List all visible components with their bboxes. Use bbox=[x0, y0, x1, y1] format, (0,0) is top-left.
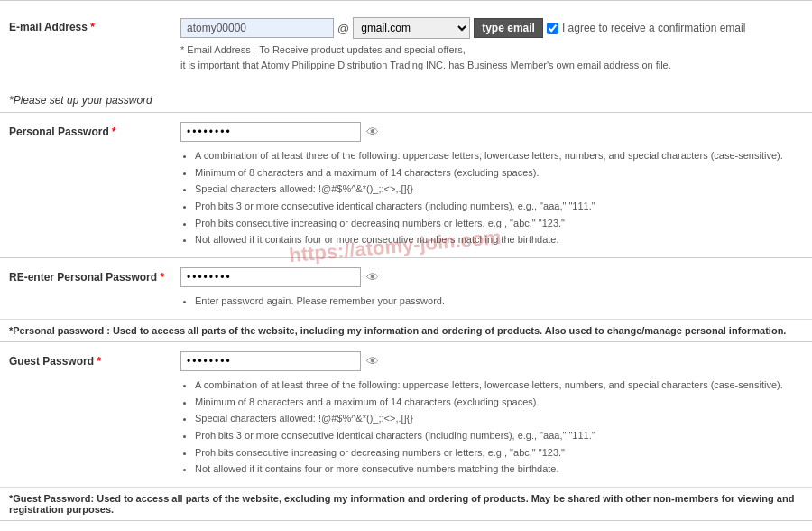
personal-password-rule-2: Minimum of 8 characters and a maximum of… bbox=[195, 164, 803, 182]
personal-password-field-row: 👁 bbox=[180, 122, 803, 142]
personal-password-rule-4: Prohibits 3 or more consecutive identica… bbox=[195, 198, 803, 215]
email-row: E-mail Address * @ gmail.com yahoo.com h… bbox=[0, 10, 812, 79]
guest-password-note: *Guest Password: Used to access all part… bbox=[0, 487, 812, 520]
email-label: E-mail Address * bbox=[9, 17, 180, 33]
reenter-required: * bbox=[160, 271, 164, 284]
guest-password-rule-4: Prohibits 3 or more consecutive identica… bbox=[195, 427, 803, 444]
guest-password-field-row: 👁 bbox=[180, 351, 803, 371]
personal-password-eye-icon[interactable]: 👁 bbox=[366, 125, 379, 139]
reenter-password-label: RE-enter Personal Password * bbox=[9, 267, 180, 284]
email-note: * Email Address - To Receive product upd… bbox=[180, 42, 803, 72]
guest-password-label: Guest Password * bbox=[9, 351, 180, 368]
personal-password-label: Personal Password * bbox=[9, 122, 180, 138]
reenter-password-row: RE-enter Personal Password * 👁 Enter pas… bbox=[0, 258, 812, 319]
guest-password-rule-1: A combination of at least three of the f… bbox=[195, 377, 803, 394]
personal-password-rule-6: Not allowed if it contains four or more … bbox=[195, 231, 803, 248]
guest-password-row: Guest Password * 👁 A combination of at l… bbox=[0, 342, 812, 487]
personal-password-input[interactable] bbox=[180, 122, 361, 142]
email-username-input[interactable] bbox=[180, 18, 334, 38]
at-sign: @ bbox=[337, 22, 349, 35]
confirmation-checkbox[interactable] bbox=[547, 23, 558, 34]
reenter-password-content: 👁 Enter password again. Please remember … bbox=[180, 267, 803, 310]
reenter-password-field-row: 👁 bbox=[180, 267, 803, 287]
guest-password-rule-5: Prohibits consecutive increasing or decr… bbox=[195, 444, 803, 461]
reenter-password-input[interactable] bbox=[180, 267, 361, 287]
guest-password-rule-2: Minimum of 8 characters and a maximum of… bbox=[195, 394, 803, 411]
personal-password-rule-1: A combination of at least three of the f… bbox=[195, 147, 803, 164]
email-content: @ gmail.com yahoo.com hotmail.com outloo… bbox=[180, 17, 803, 72]
password-setup-note: *Please set up your password bbox=[0, 88, 812, 112]
confirmation-checkbox-label[interactable]: I agree to receive a confirmation email bbox=[547, 22, 745, 34]
email-required: * bbox=[90, 21, 95, 33]
personal-password-row: Personal Password * 👁 A combination of a… bbox=[0, 113, 812, 257]
email-section: E-mail Address * @ gmail.com yahoo.com h… bbox=[0, 0, 812, 88]
email-input-row: @ gmail.com yahoo.com hotmail.com outloo… bbox=[180, 17, 803, 39]
guest-password-rules: A combination of at least three of the f… bbox=[180, 377, 803, 478]
personal-password-rule-3: Special characters allowed: !@#$%^&*()_;… bbox=[195, 181, 803, 198]
email-domain-select[interactable]: gmail.com yahoo.com hotmail.com outlook.… bbox=[353, 17, 470, 39]
reenter-password-eye-icon[interactable]: 👁 bbox=[366, 270, 379, 284]
reenter-password-rule-1: Enter password again. Please remember yo… bbox=[195, 293, 803, 310]
guest-password-content: 👁 A combination of at least three of the… bbox=[180, 351, 803, 478]
personal-password-rule-5: Prohibits consecutive increasing or decr… bbox=[195, 215, 803, 232]
personal-password-rules: A combination of at least three of the f… bbox=[180, 147, 803, 248]
personal-password-content: 👁 A combination of at least three of the… bbox=[180, 122, 803, 248]
guest-password-rule-3: Special characters allowed: !@#$%^&*()_;… bbox=[195, 410, 803, 427]
personal-password-note: *Personal password : Used to access all … bbox=[0, 319, 812, 341]
guest-password-eye-icon[interactable]: 👁 bbox=[366, 354, 379, 368]
guest-password-input[interactable] bbox=[180, 351, 361, 371]
reenter-password-rules: Enter password again. Please remember yo… bbox=[180, 293, 803, 310]
type-email-button[interactable]: type email bbox=[474, 18, 543, 38]
spouse-section: ▼ Spouse Do you want to register your sp… bbox=[0, 520, 812, 531]
guest-password-required: * bbox=[97, 355, 101, 368]
guest-password-rule-6: Not allowed if it contains four or more … bbox=[195, 461, 803, 478]
personal-password-required: * bbox=[112, 126, 116, 138]
page-container: https://atomy-join.com E-mail Address * … bbox=[0, 0, 812, 531]
